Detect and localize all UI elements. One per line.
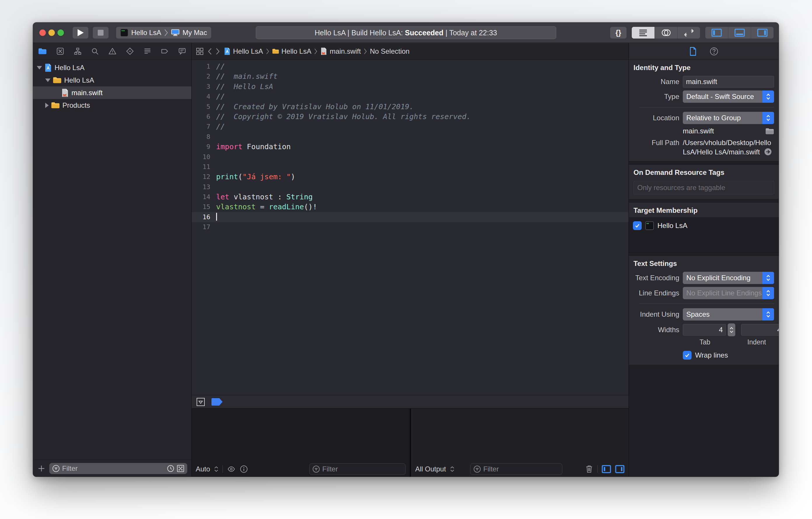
code-snippets-button[interactable]: {}: [610, 27, 627, 38]
type-dropdown[interactable]: Default - Swift Source: [683, 90, 774, 103]
navigator-tab-symbols[interactable]: [74, 47, 82, 55]
standard-editor-button[interactable]: [632, 27, 655, 38]
breakpoints-toggle-icon[interactable]: [211, 398, 223, 406]
location-dropdown[interactable]: Relative to Group: [683, 112, 774, 124]
stop-button[interactable]: [93, 27, 109, 38]
variables-filter-input[interactable]: [322, 465, 403, 473]
console-output-selector[interactable]: All Output: [415, 465, 446, 473]
breadcrumb-item[interactable]: No Selection: [370, 47, 409, 55]
open-path-arrow-icon[interactable]: [763, 147, 772, 156]
show-console-view-icon[interactable]: [615, 465, 625, 473]
toggle-inspector-button[interactable]: [751, 27, 774, 38]
chevron-updown-icon[interactable]: [450, 466, 455, 472]
navigator-tab-project-selected[interactable]: [38, 48, 47, 55]
version-editor-button[interactable]: [677, 27, 700, 38]
run-button[interactable]: [72, 27, 88, 38]
indent-width-field[interactable]: [741, 324, 779, 336]
code-line-6[interactable]: 6// Copyright © 2019 Vratislav Holub. Al…: [192, 112, 629, 122]
code-line-5[interactable]: 5// Created by Vratislav Holub on 11/01/…: [192, 102, 629, 112]
file-inspector-icon[interactable]: [689, 47, 697, 56]
navigator-tab-debug[interactable]: [144, 47, 151, 55]
code-line-17[interactable]: 17: [192, 222, 629, 232]
code-line-8[interactable]: 8: [192, 132, 629, 142]
info-icon[interactable]: [240, 465, 248, 473]
code-line-15[interactable]: 15vlastnost = readLine()!: [192, 202, 629, 212]
mac-icon: [171, 29, 180, 36]
folder-icon[interactable]: [765, 128, 774, 135]
code-line-3[interactable]: 3// Hello LsA: [192, 82, 629, 92]
minimize-button[interactable]: [49, 29, 55, 36]
navigator-filter-field[interactable]: [49, 463, 187, 474]
quick-help-icon[interactable]: [709, 47, 718, 56]
console-toolbar: All Output: [411, 462, 629, 477]
code-line-11[interactable]: 11: [192, 162, 629, 172]
debug-bar: [192, 395, 629, 408]
breadcrumb-item[interactable]: main.swift: [320, 47, 361, 55]
navigator-tab-search[interactable]: [91, 47, 99, 55]
variables-scope-selector[interactable]: Auto: [196, 465, 210, 473]
console-filter-input[interactable]: [483, 465, 559, 473]
tree-row-hello-lsa[interactable]: Hello LsA: [33, 74, 191, 86]
quicklook-eye-icon[interactable]: [227, 465, 236, 473]
back-icon[interactable]: [207, 48, 212, 55]
source-editor[interactable]: 1//2// main.swift3// Hello LsA4//5// Cre…: [192, 60, 629, 395]
wrap-lines-checkbox[interactable]: [683, 351, 692, 360]
chevron-updown-icon[interactable]: [214, 466, 219, 472]
breadcrumb-item[interactable]: Hello LsA: [224, 47, 263, 55]
code-line-9[interactable]: 9import Foundation: [192, 142, 629, 152]
tree-row-hello-lsa[interactable]: Hello LsA: [33, 61, 191, 74]
variables-filter-field[interactable]: [309, 463, 406, 475]
close-button[interactable]: [39, 29, 46, 36]
forward-icon[interactable]: [215, 48, 220, 55]
code-line-10[interactable]: 10: [192, 152, 629, 162]
toggle-debug-area-button[interactable]: [728, 27, 751, 38]
tree-row-main-swift[interactable]: main.swift: [33, 86, 191, 99]
disclosure-triangle-icon[interactable]: [45, 103, 49, 108]
target-checkbox[interactable]: [633, 221, 642, 230]
text-encoding-dropdown[interactable]: No Explicit Encoding: [683, 272, 774, 284]
type-label: Type: [629, 92, 683, 101]
inspector-tab-bar: [629, 43, 779, 60]
disclosure-triangle-icon[interactable]: [37, 66, 42, 70]
code-line-13[interactable]: 13: [192, 182, 629, 192]
tab-width-stepper[interactable]: [728, 323, 735, 336]
tree-row-products[interactable]: Products: [33, 99, 191, 111]
indent-using-dropdown[interactable]: Spaces: [683, 308, 774, 321]
recents-clock-icon[interactable]: [167, 465, 174, 472]
navigator-tab-issues[interactable]: [109, 47, 116, 55]
navigator-filter-input[interactable]: [62, 464, 165, 472]
section-gap: [629, 161, 779, 165]
source-control-filter-icon[interactable]: [177, 465, 184, 472]
navigator-tab-tests[interactable]: [126, 47, 134, 55]
zoom-button[interactable]: [57, 29, 64, 36]
navigator-tab-breakpoints[interactable]: [161, 47, 169, 55]
indent-sublabel: Indent: [735, 338, 779, 346]
text-encoding-label: Text Encoding: [629, 274, 683, 282]
navigator-tab-source-control[interactable]: [56, 47, 64, 55]
target-row[interactable]: Hello LsA: [629, 219, 779, 232]
line-number: 4: [192, 92, 216, 102]
add-icon[interactable]: [38, 465, 45, 472]
console-filter-field[interactable]: [470, 463, 562, 475]
assistant-editor-button[interactable]: [655, 27, 677, 38]
navigator-tab-reports[interactable]: [178, 47, 186, 55]
related-items-icon[interactable]: [196, 47, 204, 55]
disclosure-triangle-icon[interactable]: [45, 79, 51, 82]
code-line-16[interactable]: 16: [192, 212, 629, 222]
breadcrumb-item[interactable]: Hello LsA: [272, 47, 312, 55]
code-line-7[interactable]: 7//: [192, 122, 629, 132]
code-line-4[interactable]: 4//: [192, 92, 629, 102]
name-field[interactable]: [683, 76, 774, 88]
code-line-12[interactable]: 12print("Já jsem: "): [192, 172, 629, 182]
show-variables-view-icon[interactable]: [602, 465, 611, 473]
hide-debug-area-icon[interactable]: [196, 398, 205, 406]
clear-console-trash-icon[interactable]: [585, 465, 593, 473]
tab-width-field[interactable]: [683, 324, 726, 336]
toggle-navigator-button[interactable]: [705, 27, 728, 38]
dropdown-stepper-icon: [762, 90, 774, 103]
scheme-name: Hello LsA: [131, 29, 161, 37]
code-line-1[interactable]: 1//: [192, 62, 629, 72]
scheme-selector[interactable]: Hello LsA My Mac: [116, 27, 211, 38]
code-line-14[interactable]: 14let vlastnost : String: [192, 192, 629, 202]
code-line-2[interactable]: 2// main.swift: [192, 72, 629, 81]
